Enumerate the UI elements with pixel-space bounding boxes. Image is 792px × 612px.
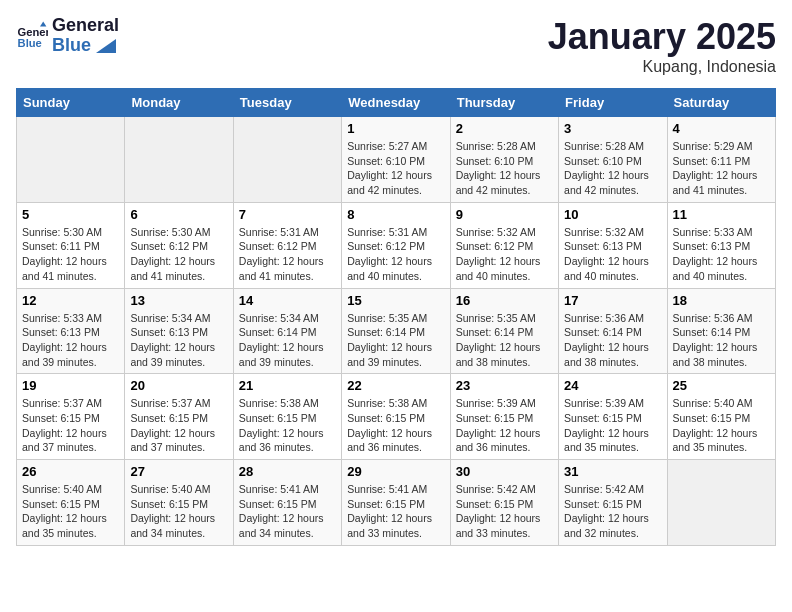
calendar-title: January 2025 [548, 16, 776, 58]
day-info: Sunrise: 5:40 AM Sunset: 6:15 PM Dayligh… [22, 482, 119, 541]
calendar-cell: 9Sunrise: 5:32 AM Sunset: 6:12 PM Daylig… [450, 202, 558, 288]
calendar-cell: 24Sunrise: 5:39 AM Sunset: 6:15 PM Dayli… [559, 374, 667, 460]
day-info: Sunrise: 5:28 AM Sunset: 6:10 PM Dayligh… [456, 139, 553, 198]
day-number: 13 [130, 293, 227, 308]
calendar-cell: 2Sunrise: 5:28 AM Sunset: 6:10 PM Daylig… [450, 117, 558, 203]
day-number: 24 [564, 378, 661, 393]
calendar-cell: 13Sunrise: 5:34 AM Sunset: 6:13 PM Dayli… [125, 288, 233, 374]
day-info: Sunrise: 5:42 AM Sunset: 6:15 PM Dayligh… [456, 482, 553, 541]
day-number: 5 [22, 207, 119, 222]
calendar-cell: 19Sunrise: 5:37 AM Sunset: 6:15 PM Dayli… [17, 374, 125, 460]
day-info: Sunrise: 5:33 AM Sunset: 6:13 PM Dayligh… [22, 311, 119, 370]
day-number: 10 [564, 207, 661, 222]
calendar-cell: 15Sunrise: 5:35 AM Sunset: 6:14 PM Dayli… [342, 288, 450, 374]
calendar-cell: 5Sunrise: 5:30 AM Sunset: 6:11 PM Daylig… [17, 202, 125, 288]
calendar-cell: 30Sunrise: 5:42 AM Sunset: 6:15 PM Dayli… [450, 460, 558, 546]
day-info: Sunrise: 5:38 AM Sunset: 6:15 PM Dayligh… [347, 396, 444, 455]
calendar-cell: 3Sunrise: 5:28 AM Sunset: 6:10 PM Daylig… [559, 117, 667, 203]
weekday-header-wednesday: Wednesday [342, 89, 450, 117]
day-number: 17 [564, 293, 661, 308]
day-number: 28 [239, 464, 336, 479]
logo-general: General [52, 16, 119, 36]
calendar-week-row: 19Sunrise: 5:37 AM Sunset: 6:15 PM Dayli… [17, 374, 776, 460]
calendar-cell: 25Sunrise: 5:40 AM Sunset: 6:15 PM Dayli… [667, 374, 775, 460]
calendar-cell: 8Sunrise: 5:31 AM Sunset: 6:12 PM Daylig… [342, 202, 450, 288]
day-info: Sunrise: 5:37 AM Sunset: 6:15 PM Dayligh… [22, 396, 119, 455]
day-number: 29 [347, 464, 444, 479]
calendar-cell: 28Sunrise: 5:41 AM Sunset: 6:15 PM Dayli… [233, 460, 341, 546]
weekday-header-saturday: Saturday [667, 89, 775, 117]
calendar-cell: 23Sunrise: 5:39 AM Sunset: 6:15 PM Dayli… [450, 374, 558, 460]
calendar-week-row: 26Sunrise: 5:40 AM Sunset: 6:15 PM Dayli… [17, 460, 776, 546]
calendar-cell: 1Sunrise: 5:27 AM Sunset: 6:10 PM Daylig… [342, 117, 450, 203]
calendar-cell: 14Sunrise: 5:34 AM Sunset: 6:14 PM Dayli… [233, 288, 341, 374]
day-number: 16 [456, 293, 553, 308]
day-info: Sunrise: 5:39 AM Sunset: 6:15 PM Dayligh… [564, 396, 661, 455]
logo-arrow-icon [96, 39, 116, 53]
weekday-header-sunday: Sunday [17, 89, 125, 117]
weekday-header-monday: Monday [125, 89, 233, 117]
calendar-cell: 18Sunrise: 5:36 AM Sunset: 6:14 PM Dayli… [667, 288, 775, 374]
calendar-cell [667, 460, 775, 546]
day-number: 1 [347, 121, 444, 136]
day-info: Sunrise: 5:31 AM Sunset: 6:12 PM Dayligh… [239, 225, 336, 284]
calendar-cell: 7Sunrise: 5:31 AM Sunset: 6:12 PM Daylig… [233, 202, 341, 288]
weekday-header-thursday: Thursday [450, 89, 558, 117]
calendar-cell: 4Sunrise: 5:29 AM Sunset: 6:11 PM Daylig… [667, 117, 775, 203]
day-info: Sunrise: 5:32 AM Sunset: 6:12 PM Dayligh… [456, 225, 553, 284]
day-number: 8 [347, 207, 444, 222]
day-info: Sunrise: 5:37 AM Sunset: 6:15 PM Dayligh… [130, 396, 227, 455]
day-info: Sunrise: 5:35 AM Sunset: 6:14 PM Dayligh… [347, 311, 444, 370]
logo-blue: Blue [52, 36, 119, 56]
calendar-week-row: 1Sunrise: 5:27 AM Sunset: 6:10 PM Daylig… [17, 117, 776, 203]
day-info: Sunrise: 5:29 AM Sunset: 6:11 PM Dayligh… [673, 139, 770, 198]
calendar-cell: 6Sunrise: 5:30 AM Sunset: 6:12 PM Daylig… [125, 202, 233, 288]
day-info: Sunrise: 5:35 AM Sunset: 6:14 PM Dayligh… [456, 311, 553, 370]
logo-icon: General Blue [16, 20, 48, 52]
calendar-cell: 22Sunrise: 5:38 AM Sunset: 6:15 PM Dayli… [342, 374, 450, 460]
weekday-header-row: SundayMondayTuesdayWednesdayThursdayFrid… [17, 89, 776, 117]
calendar-cell: 17Sunrise: 5:36 AM Sunset: 6:14 PM Dayli… [559, 288, 667, 374]
calendar-cell: 12Sunrise: 5:33 AM Sunset: 6:13 PM Dayli… [17, 288, 125, 374]
day-number: 21 [239, 378, 336, 393]
day-info: Sunrise: 5:39 AM Sunset: 6:15 PM Dayligh… [456, 396, 553, 455]
day-number: 11 [673, 207, 770, 222]
day-info: Sunrise: 5:36 AM Sunset: 6:14 PM Dayligh… [564, 311, 661, 370]
calendar-cell: 27Sunrise: 5:40 AM Sunset: 6:15 PM Dayli… [125, 460, 233, 546]
calendar-cell: 31Sunrise: 5:42 AM Sunset: 6:15 PM Dayli… [559, 460, 667, 546]
page-header: General Blue General Blue January 2025 K… [16, 16, 776, 76]
day-number: 2 [456, 121, 553, 136]
svg-marker-2 [40, 21, 46, 26]
calendar-cell: 29Sunrise: 5:41 AM Sunset: 6:15 PM Dayli… [342, 460, 450, 546]
day-number: 25 [673, 378, 770, 393]
day-info: Sunrise: 5:38 AM Sunset: 6:15 PM Dayligh… [239, 396, 336, 455]
logo: General Blue General Blue [16, 16, 119, 56]
day-info: Sunrise: 5:41 AM Sunset: 6:15 PM Dayligh… [347, 482, 444, 541]
calendar-cell [233, 117, 341, 203]
day-number: 30 [456, 464, 553, 479]
day-number: 6 [130, 207, 227, 222]
calendar-subtitle: Kupang, Indonesia [548, 58, 776, 76]
day-info: Sunrise: 5:40 AM Sunset: 6:15 PM Dayligh… [673, 396, 770, 455]
day-number: 14 [239, 293, 336, 308]
calendar-cell: 10Sunrise: 5:32 AM Sunset: 6:13 PM Dayli… [559, 202, 667, 288]
day-info: Sunrise: 5:34 AM Sunset: 6:13 PM Dayligh… [130, 311, 227, 370]
day-info: Sunrise: 5:28 AM Sunset: 6:10 PM Dayligh… [564, 139, 661, 198]
day-info: Sunrise: 5:33 AM Sunset: 6:13 PM Dayligh… [673, 225, 770, 284]
day-number: 19 [22, 378, 119, 393]
day-number: 12 [22, 293, 119, 308]
calendar-table: SundayMondayTuesdayWednesdayThursdayFrid… [16, 88, 776, 546]
day-number: 23 [456, 378, 553, 393]
calendar-cell: 20Sunrise: 5:37 AM Sunset: 6:15 PM Dayli… [125, 374, 233, 460]
calendar-cell: 21Sunrise: 5:38 AM Sunset: 6:15 PM Dayli… [233, 374, 341, 460]
calendar-cell: 26Sunrise: 5:40 AM Sunset: 6:15 PM Dayli… [17, 460, 125, 546]
calendar-cell: 16Sunrise: 5:35 AM Sunset: 6:14 PM Dayli… [450, 288, 558, 374]
day-info: Sunrise: 5:27 AM Sunset: 6:10 PM Dayligh… [347, 139, 444, 198]
day-info: Sunrise: 5:31 AM Sunset: 6:12 PM Dayligh… [347, 225, 444, 284]
day-number: 22 [347, 378, 444, 393]
day-info: Sunrise: 5:42 AM Sunset: 6:15 PM Dayligh… [564, 482, 661, 541]
day-number: 3 [564, 121, 661, 136]
day-number: 9 [456, 207, 553, 222]
day-number: 26 [22, 464, 119, 479]
title-block: January 2025 Kupang, Indonesia [548, 16, 776, 76]
